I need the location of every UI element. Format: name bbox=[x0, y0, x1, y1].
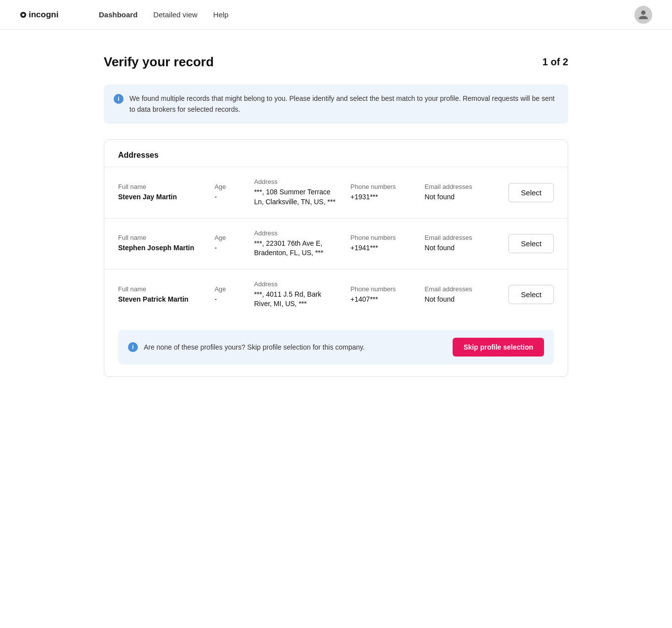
phone-value: +1931*** bbox=[350, 192, 415, 202]
select-button-2[interactable]: Select bbox=[508, 234, 554, 253]
record-email-field: Email addresses Not found bbox=[424, 285, 499, 305]
record-address-field: Address ***, 108 Summer Terrace Ln, Clar… bbox=[254, 178, 340, 207]
record-fullname-field: Full name Steven Patrick Martin bbox=[118, 285, 205, 305]
user-avatar[interactable] bbox=[634, 6, 652, 24]
skip-text: Are none of these profiles yours? Skip p… bbox=[144, 343, 365, 351]
phone-value: +1941*** bbox=[350, 243, 415, 253]
nav-dashboard[interactable]: Dashboard bbox=[99, 10, 137, 19]
record-phone-field: Phone numbers +1407*** bbox=[350, 285, 415, 305]
skip-banner-left: i Are none of these profiles yours? Skip… bbox=[128, 342, 365, 352]
email-value: Not found bbox=[424, 295, 499, 305]
email-label: Email addresses bbox=[424, 183, 499, 190]
fullname-label: Full name bbox=[118, 183, 205, 190]
nav-links: Dashboard Detailed view Help bbox=[99, 10, 615, 19]
record-age-field: Age - bbox=[214, 285, 244, 305]
record-address-field: Address ***, 22301 76th Ave E, Bradenton… bbox=[254, 229, 340, 258]
select-button-1[interactable]: Select bbox=[508, 183, 554, 202]
address-label: Address bbox=[254, 178, 340, 185]
email-value: Not found bbox=[424, 243, 499, 253]
address-value: ***, 4011 J.5 Rd, Bark River, MI, US, **… bbox=[254, 290, 340, 309]
age-value: - bbox=[214, 243, 244, 253]
info-banner: i We found multiple records that might b… bbox=[104, 85, 568, 124]
nav-help[interactable]: Help bbox=[213, 10, 229, 19]
fullname-label: Full name bbox=[118, 234, 205, 241]
email-value: Not found bbox=[424, 192, 499, 202]
svg-text:incogni: incogni bbox=[29, 10, 58, 19]
info-icon: i bbox=[114, 94, 124, 104]
record-phone-field: Phone numbers +1941*** bbox=[350, 234, 415, 253]
age-value: - bbox=[214, 295, 244, 305]
record-row: Full name Steven Jay Martin Age - Addres… bbox=[104, 167, 568, 218]
record-age-field: Age - bbox=[214, 183, 244, 202]
record-row: Full name Stephen Joseph Martin Age - Ad… bbox=[104, 218, 568, 269]
avatar-icon bbox=[638, 9, 649, 20]
fullname-value: Stephen Joseph Martin bbox=[118, 243, 205, 253]
record-row: Full name Steven Patrick Martin Age - Ad… bbox=[104, 269, 568, 320]
email-label: Email addresses bbox=[424, 285, 499, 293]
records-card: Addresses Full name Steven Jay Martin Ag… bbox=[104, 139, 568, 377]
phone-label: Phone numbers bbox=[350, 234, 415, 241]
record-email-field: Email addresses Not found bbox=[424, 183, 499, 202]
svg-point-1 bbox=[22, 13, 25, 16]
record-address-field: Address ***, 4011 J.5 Rd, Bark River, MI… bbox=[254, 280, 340, 309]
record-age-field: Age - bbox=[214, 234, 244, 253]
address-label: Address bbox=[254, 280, 340, 288]
page-title: Verify your record bbox=[104, 54, 214, 70]
record-email-field: Email addresses Not found bbox=[424, 234, 499, 253]
address-value: ***, 108 Summer Terrace Ln, Clarksville,… bbox=[254, 187, 340, 207]
logo: incogni bbox=[20, 8, 69, 22]
address-value: ***, 22301 76th Ave E, Bradenton, FL, US… bbox=[254, 239, 340, 258]
record-fullname-field: Full name Stephen Joseph Martin bbox=[118, 234, 205, 253]
skip-profile-selection-button[interactable]: Skip profile selection bbox=[453, 338, 544, 357]
main-content: Verify your record 1 of 2 i We found mul… bbox=[94, 30, 578, 402]
record-phone-field: Phone numbers +1931*** bbox=[350, 183, 415, 202]
age-label: Age bbox=[214, 285, 244, 293]
skip-info-icon: i bbox=[128, 342, 138, 352]
age-label: Age bbox=[214, 234, 244, 241]
logo-svg: incogni bbox=[20, 8, 69, 22]
phone-label: Phone numbers bbox=[350, 183, 415, 190]
phone-label: Phone numbers bbox=[350, 285, 415, 293]
age-value: - bbox=[214, 192, 244, 202]
page-counter: 1 of 2 bbox=[543, 56, 568, 68]
info-banner-text: We found multiple records that might bel… bbox=[129, 93, 558, 115]
record-fullname-field: Full name Steven Jay Martin bbox=[118, 183, 205, 202]
select-button-3[interactable]: Select bbox=[508, 285, 554, 304]
skip-banner: i Are none of these profiles yours? Skip… bbox=[118, 330, 554, 364]
navbar: incogni Dashboard Detailed view Help bbox=[0, 0, 672, 30]
page-header: Verify your record 1 of 2 bbox=[104, 54, 568, 70]
age-label: Age bbox=[214, 183, 244, 190]
fullname-value: Steven Jay Martin bbox=[118, 192, 205, 202]
fullname-label: Full name bbox=[118, 285, 205, 293]
section-label: Addresses bbox=[104, 140, 568, 167]
nav-detailed-view[interactable]: Detailed view bbox=[153, 10, 197, 19]
phone-value: +1407*** bbox=[350, 295, 415, 305]
fullname-value: Steven Patrick Martin bbox=[118, 295, 205, 305]
address-label: Address bbox=[254, 229, 340, 237]
email-label: Email addresses bbox=[424, 234, 499, 241]
